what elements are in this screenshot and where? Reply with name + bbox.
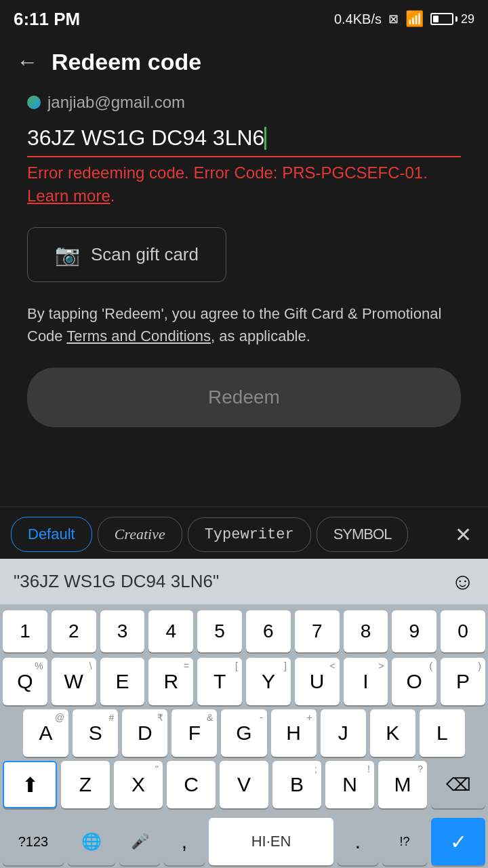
key-m[interactable]: M?: [378, 761, 427, 808]
wifi-icon: 📶: [405, 10, 424, 28]
text-cursor: [264, 127, 266, 150]
error-period: .: [110, 186, 115, 205]
backspace-key[interactable]: ⌫: [431, 761, 485, 808]
backspace-icon: ⌫: [446, 774, 471, 795]
spacebar-key[interactable]: HI·EN: [209, 818, 333, 865]
code-input-container: 36JZ WS1G DC94 3LN6: [27, 125, 461, 157]
key-0[interactable]: 0: [441, 610, 485, 652]
enter-key[interactable]: ✓: [431, 818, 485, 865]
emoji-button[interactable]: ☺: [451, 568, 474, 595]
key-2[interactable]: 2: [52, 610, 96, 652]
keyboard-tab-creative[interactable]: Creative: [98, 517, 182, 552]
data-icon: ⊠: [388, 12, 399, 26]
key-x[interactable]: X": [114, 761, 163, 808]
key-row-1: Q% W\ E R= T[ Y] U< I> O( P): [3, 658, 485, 705]
prediction-bar: "36JZ WS1G DC94 3LN6" ☺: [0, 559, 488, 605]
error-message: Error redeeming code. Error Code: PRS-PG…: [27, 161, 461, 207]
key-i[interactable]: I>: [344, 658, 388, 705]
key-y[interactable]: Y]: [246, 658, 291, 705]
key-row-2: A@ S# D₹ F& G- H+ J K L: [3, 709, 485, 757]
key-9[interactable]: 9: [392, 610, 436, 652]
keyboard-tab-default[interactable]: Default: [11, 517, 92, 552]
keyboard-tab-typewriter[interactable]: Typewriter: [188, 517, 311, 552]
learn-more-link[interactable]: Learn more: [27, 186, 110, 205]
shift-icon: ⬆: [22, 773, 39, 797]
code-input-display[interactable]: 36JZ WS1G DC94 3LN6: [27, 125, 461, 157]
account-email-row: janjiab@gmail.com: [27, 86, 461, 125]
redeem-button[interactable]: Redeem: [27, 368, 461, 427]
back-button[interactable]: ←: [16, 50, 38, 75]
key-j[interactable]: J: [321, 709, 366, 757]
keyboard-tabs: Default Creative Typewriter SYMBOL ✕: [0, 507, 488, 559]
key-g[interactable]: G-: [221, 709, 266, 757]
letter-rows: Q% W\ E R= T[ Y] U< I> O( P) A@ S# D₹ F&…: [0, 655, 488, 815]
key-row-3: ⬆ Z X" C V B; N! M? ⌫: [3, 761, 485, 808]
key-4[interactable]: 4: [148, 610, 193, 652]
exclamation-key[interactable]: !?: [382, 818, 427, 865]
content-area: janjiab@gmail.com 36JZ WS1G DC94 3LN6 Er…: [0, 86, 488, 427]
key-s[interactable]: S#: [73, 709, 118, 757]
key-o[interactable]: O(: [392, 658, 436, 705]
key-7[interactable]: 7: [295, 610, 340, 652]
key-k[interactable]: K: [370, 709, 415, 757]
header: ← Redeem code: [0, 38, 488, 86]
keyboard-tab-symbol[interactable]: SYMBOL: [317, 517, 409, 552]
key-5[interactable]: 5: [197, 610, 242, 652]
key-t[interactable]: T[: [197, 658, 242, 705]
key-3[interactable]: 3: [100, 610, 145, 652]
terms-text-2: , as applicable.: [211, 328, 310, 344]
key-h[interactable]: H+: [271, 709, 317, 757]
error-text-main: Error redeeming code. Error Code: PRS-PG…: [27, 163, 428, 182]
keyboard-area: Default Creative Typewriter SYMBOL ✕ "36…: [0, 507, 488, 868]
key-c[interactable]: C: [167, 761, 216, 808]
key-l[interactable]: L: [420, 709, 465, 757]
key-b[interactable]: B;: [272, 761, 321, 808]
key-u[interactable]: U<: [295, 658, 340, 705]
shift-key[interactable]: ⬆: [3, 761, 57, 808]
network-speed: 0.4KB/s: [334, 12, 382, 27]
key-p[interactable]: P): [441, 658, 485, 705]
scan-button-label: Scan gift card: [91, 244, 199, 265]
key-e[interactable]: E: [100, 658, 145, 705]
period-key[interactable]: .: [338, 818, 378, 865]
key-q[interactable]: Q%: [3, 658, 47, 705]
keyboard-close-button[interactable]: ✕: [449, 517, 477, 552]
key-a[interactable]: A@: [23, 709, 68, 757]
number-switch-key[interactable]: ?123: [3, 818, 64, 865]
status-bar: 6:11 PM 0.4KB/s ⊠ 📶 29: [0, 0, 488, 38]
battery-icon: 29: [430, 12, 474, 26]
comma-key[interactable]: ,: [164, 818, 205, 865]
account-email: janjiab@gmail.com: [47, 93, 185, 112]
page-title: Redeem code: [52, 49, 201, 75]
key-n[interactable]: N!: [325, 761, 374, 808]
scan-gift-card-button[interactable]: 📷 Scan gift card: [27, 227, 226, 282]
key-f[interactable]: F&: [171, 709, 217, 757]
key-1[interactable]: 1: [3, 610, 47, 652]
action-row: ?123 🌐 🎤 , HI·EN . !? ✓: [0, 815, 488, 868]
key-6[interactable]: 6: [246, 610, 291, 652]
mic-key[interactable]: 🎤: [119, 818, 160, 865]
terms-link[interactable]: Terms and Conditions: [66, 328, 211, 344]
key-r[interactable]: R=: [148, 658, 193, 705]
prediction-text: "36JZ WS1G DC94 3LN6": [14, 571, 451, 592]
key-d[interactable]: D₹: [122, 709, 167, 757]
account-avatar: [27, 96, 41, 109]
key-z[interactable]: Z: [61, 761, 110, 808]
status-icons: 0.4KB/s ⊠ 📶 29: [334, 10, 474, 28]
key-w[interactable]: W\: [52, 658, 96, 705]
terms-text: By tapping 'Redeem', you agree to the Gi…: [27, 302, 461, 347]
key-v[interactable]: V: [220, 761, 268, 808]
status-time: 6:11 PM: [14, 9, 80, 30]
key-8[interactable]: 8: [344, 610, 388, 652]
camera-icon: 📷: [55, 243, 80, 267]
number-row: 1 2 3 4 5 6 7 8 9 0: [0, 605, 488, 655]
globe-key[interactable]: 🌐: [68, 818, 115, 865]
code-input-value: 36JZ WS1G DC94 3LN6: [27, 125, 264, 151]
